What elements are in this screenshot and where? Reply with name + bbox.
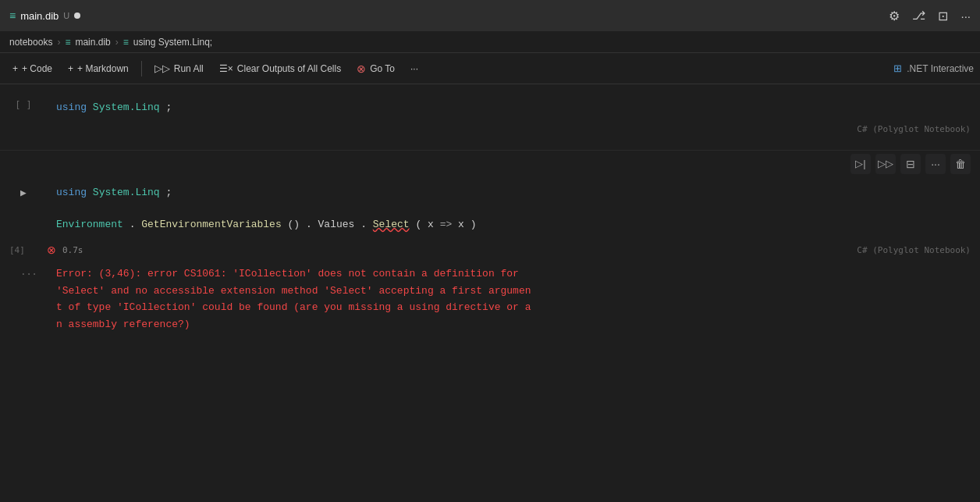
kernel-info: ⊞ .NET Interactive [893, 62, 974, 74]
goto-button[interactable]: ⊗ Go To [350, 59, 401, 78]
cell-more-button[interactable]: ··· [925, 154, 946, 174]
cell-1-footer: C# (Polyglot Notebook) [857, 124, 971, 134]
cell-2-body: ▶ using System.Linq ; Environment . GetE… [0, 177, 980, 241]
net-icon: ⊞ [893, 62, 902, 74]
add-code-icon: + [12, 63, 18, 74]
cell-2-status-row: [4] ⊗ 0.7s C# (Polyglot Notebook) [0, 240, 980, 259]
breadcrumb-icon-1: ≡ [65, 37, 70, 48]
more-toolbar-button[interactable]: ··· [404, 60, 424, 77]
add-code-label: + Code [22, 63, 52, 74]
editor-area: [ ] using System.Linq ; C# (Polyglot Not… [0, 84, 980, 502]
cell-1-content[interactable]: using System.Linq ; [47, 94, 980, 123]
breadcrumb-sep-1: › [57, 37, 60, 48]
punc-lparen: ( [415, 219, 421, 230]
punc-semi-1: ; [165, 101, 172, 113]
breadcrumb: notebooks › ≡ main.dib › ≡ using System.… [0, 31, 980, 53]
method-select: Select [373, 219, 410, 230]
run-all-label: Run All [174, 63, 204, 74]
run-cell-button[interactable]: ▷| [850, 154, 871, 174]
title-bar: ≡ main.dib U ⚙ ⎇ ⊡ ··· [0, 0, 980, 31]
cell-2-gutter[interactable]: ▶ [0, 177, 47, 241]
execution-time: 0.7s [62, 245, 83, 255]
method-getenv: GetEnvironmentVariables [141, 219, 281, 230]
code-line-1: using System.Linq ; [56, 185, 971, 201]
layout-icon[interactable]: ⊡ [938, 9, 948, 23]
sp-arrow: => [440, 219, 458, 230]
clear-outputs-button[interactable]: ☰× Clear Outputs of All Cells [213, 60, 347, 77]
cell-1-gutter: [ ] [0, 94, 47, 123]
env-class: Environment [56, 219, 123, 230]
add-markdown-label: + Markdown [77, 63, 129, 74]
cell-divider [0, 134, 980, 150]
prop-values: Values [318, 219, 355, 230]
add-markdown-button[interactable]: + + Markdown [62, 60, 135, 77]
punc-parens: () [288, 219, 300, 230]
goto-icon: ⊗ [357, 62, 366, 75]
run-next-icon: ▷▷ [878, 158, 893, 169]
unsaved-dot [74, 12, 80, 19]
more-toolbar-icon: ··· [410, 63, 418, 74]
clear-outputs-label: Clear Outputs of All Cells [237, 63, 341, 74]
type-system-linq-2: System.Linq [93, 187, 160, 198]
run-next-button[interactable]: ▷▷ [875, 154, 896, 174]
clear-icon: ☰× [219, 63, 233, 74]
notebook-toolbar: + + Code + + Markdown ▷▷ Run All ☰× Clea… [0, 53, 980, 84]
code-line-2 [56, 201, 971, 217]
net-interactive-label: .NET Interactive [907, 63, 974, 74]
run-button-2[interactable]: ▶ [20, 187, 27, 198]
cell-2-content[interactable]: using System.Linq ; Environment . GetEnv… [47, 177, 980, 241]
gear-icon[interactable]: ⚙ [889, 9, 900, 23]
error-output-cell: ··· Error: (3,46): error CS1061: 'IColle… [0, 259, 980, 342]
file-icon: ≡ [9, 9, 16, 22]
punc-dot-1: . [130, 219, 136, 230]
keyword-using-2: using [56, 187, 87, 198]
error-gutter: ··· [9, 265, 48, 333]
keyword-using-1: using [56, 101, 87, 113]
cell-2-toolbar: ▷| ▷▷ ⊟ ··· 🗑 [0, 151, 980, 174]
more-icon[interactable]: ··· [960, 9, 971, 23]
run-all-icon: ▷▷ [154, 62, 170, 74]
active-tab[interactable]: ≡ main.dib U [9, 9, 80, 22]
cell-1: [ ] using System.Linq ; C# (Polyglot Not… [0, 84, 980, 134]
delete-cell-button[interactable]: 🗑 [950, 154, 971, 174]
breadcrumb-icon-2: ≡ [123, 37, 129, 48]
delete-cell-icon: 🗑 [955, 158, 966, 170]
toolbar-separator-1 [141, 61, 142, 77]
param-x2: x [458, 219, 464, 230]
cell-2-status-left: [4] ⊗ 0.7s [0, 244, 83, 256]
param-x1: x [428, 219, 434, 230]
window-controls: ⚙ ⎇ ⊡ ··· [889, 9, 971, 23]
split-cell-button[interactable]: ⊟ [900, 154, 921, 174]
breadcrumb-item-notebooks[interactable]: notebooks [9, 37, 52, 48]
punc-semi-2: ; [165, 187, 172, 198]
cell-1-status: [ ] [15, 100, 32, 111]
add-markdown-icon: + [68, 63, 73, 74]
run-cell-icon: ▷| [855, 158, 865, 169]
error-gutter-label: ··· [20, 269, 37, 279]
add-code-button[interactable]: + + Code [6, 60, 59, 77]
code-line-3: Environment . GetEnvironmentVariables ()… [56, 217, 971, 233]
punc-dot-3: . [360, 219, 367, 230]
type-system-linq-1: System.Linq [93, 101, 160, 113]
run-all-button[interactable]: ▷▷ Run All [148, 59, 210, 77]
punc-rparen: ) [470, 219, 477, 230]
cell-2-num: [4] [9, 245, 41, 255]
punc-dot-2: . [306, 219, 312, 230]
cell-2: ▷| ▷▷ ⊟ ··· 🗑 ▶ using Sy [0, 150, 980, 260]
goto-label: Go To [370, 63, 395, 74]
modified-label: U [63, 11, 69, 20]
error-status-icon: ⊗ [47, 244, 56, 256]
cell-more-icon: ··· [931, 158, 940, 170]
error-message: Error: (3,46): error CS1061: 'ICollectio… [56, 265, 971, 333]
tab-group: ≡ main.dib U [9, 9, 80, 22]
split-cell-icon: ⊟ [906, 158, 915, 170]
cell-1-body: [ ] using System.Linq ; [0, 94, 980, 123]
branch-icon[interactable]: ⎇ [912, 9, 925, 23]
breadcrumb-sep-2: › [115, 37, 119, 48]
breadcrumb-item-code[interactable]: using System.Linq; [133, 37, 212, 48]
breadcrumb-item-file[interactable]: main.dib [75, 37, 110, 48]
cell-2-footer: C# (Polyglot Notebook) [857, 245, 971, 255]
filename: main.dib [20, 10, 59, 22]
